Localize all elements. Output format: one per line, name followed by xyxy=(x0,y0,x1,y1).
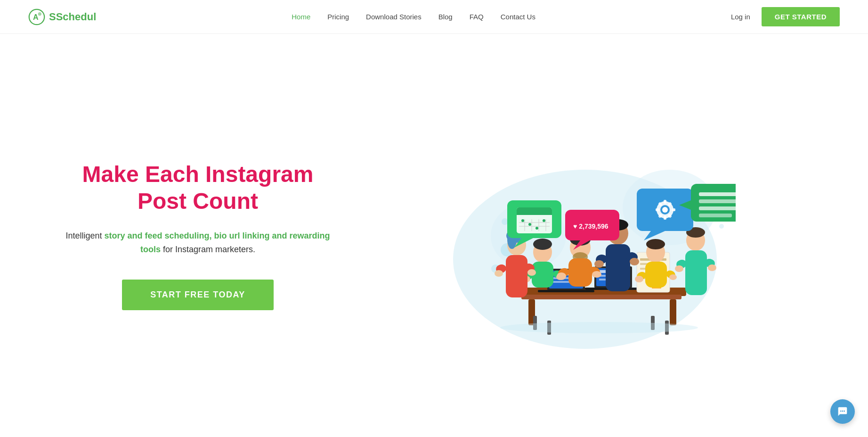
svg-point-11 xyxy=(719,224,724,229)
svg-rect-118 xyxy=(699,192,736,196)
svg-point-98 xyxy=(535,227,538,230)
svg-point-2 xyxy=(38,12,41,16)
login-link[interactable]: Log in xyxy=(731,13,750,21)
svg-rect-89 xyxy=(517,211,552,215)
svg-point-62 xyxy=(630,258,639,265)
hero-content: Make Each Instagram Post Count Intellige… xyxy=(57,161,339,311)
svg-rect-72 xyxy=(685,250,707,295)
svg-point-96 xyxy=(521,219,524,222)
hero-svg: ♥ 2,739,596 xyxy=(434,113,736,358)
svg-point-42 xyxy=(533,239,552,250)
svg-point-83 xyxy=(495,270,503,277)
svg-point-61 xyxy=(594,260,604,268)
svg-text:A: A xyxy=(33,13,39,21)
svg-point-69 xyxy=(669,274,677,280)
hero-illustration: ♥ 2,739,596 xyxy=(339,113,830,358)
nav-faq[interactable]: FAQ xyxy=(470,13,484,21)
svg-point-123 xyxy=(840,411,842,412)
svg-point-12 xyxy=(502,218,508,225)
nav-pricing[interactable]: Pricing xyxy=(327,13,349,21)
get-started-button[interactable]: GET STARTED xyxy=(762,7,840,26)
svg-rect-16 xyxy=(670,299,676,325)
svg-rect-43 xyxy=(532,262,553,288)
svg-rect-109 xyxy=(664,216,666,220)
nav-download-stories[interactable]: Download Stories xyxy=(366,13,422,21)
navbar: A SSchedul Home Pricing Download Stories… xyxy=(0,0,868,34)
hero-title: Make Each Instagram Post Count xyxy=(57,161,339,215)
svg-rect-111 xyxy=(672,208,675,211)
svg-point-75 xyxy=(675,265,683,272)
svg-text:♥ 2,739,596: ♥ 2,739,596 xyxy=(573,223,608,230)
svg-point-55 xyxy=(592,271,601,278)
svg-point-125 xyxy=(844,411,845,412)
svg-point-99 xyxy=(543,219,545,222)
svg-rect-14 xyxy=(521,295,681,299)
svg-rect-110 xyxy=(656,208,659,211)
svg-rect-26 xyxy=(538,290,594,292)
svg-rect-108 xyxy=(664,200,666,204)
illustration-container: ♥ 2,739,596 xyxy=(434,113,736,358)
svg-rect-51 xyxy=(568,258,592,287)
nav-blog[interactable]: Blog xyxy=(438,13,453,21)
nav-contact[interactable]: Contact Us xyxy=(501,13,535,21)
svg-point-122 xyxy=(500,322,698,333)
svg-point-97 xyxy=(528,223,531,226)
svg-rect-119 xyxy=(699,199,736,203)
chat-widget[interactable] xyxy=(830,399,855,424)
svg-point-107 xyxy=(662,207,668,213)
svg-point-54 xyxy=(557,272,566,280)
logo[interactable]: A SSchedul xyxy=(28,8,96,25)
start-free-button[interactable]: START FREE TODAY xyxy=(122,280,274,310)
svg-rect-121 xyxy=(699,214,732,217)
svg-rect-65 xyxy=(645,262,667,288)
hero-section: Make Each Instagram Post Count Intellige… xyxy=(0,34,868,437)
svg-rect-58 xyxy=(606,244,630,291)
svg-point-84 xyxy=(527,269,536,276)
svg-rect-120 xyxy=(699,206,736,210)
hero-subtitle-plain-start: Intelligent xyxy=(65,231,104,240)
svg-point-68 xyxy=(635,276,643,282)
logo-text: SSchedul xyxy=(49,11,96,23)
svg-point-124 xyxy=(842,411,844,412)
logo-icon: A xyxy=(28,8,45,25)
svg-point-64 xyxy=(646,239,665,249)
svg-point-76 xyxy=(708,264,716,271)
hero-subtitle-plain-end: for Instagram marketers. xyxy=(161,245,255,254)
nav-home[interactable]: Home xyxy=(292,13,310,21)
svg-rect-80 xyxy=(506,255,527,297)
hero-subtitle: Intelligent story and feed scheduling, b… xyxy=(57,229,339,256)
chat-bubble-icon xyxy=(836,405,849,418)
nav-links: Home Pricing Download Stories Blog FAQ C… xyxy=(292,13,535,21)
nav-right: Log in GET STARTED xyxy=(731,7,840,26)
